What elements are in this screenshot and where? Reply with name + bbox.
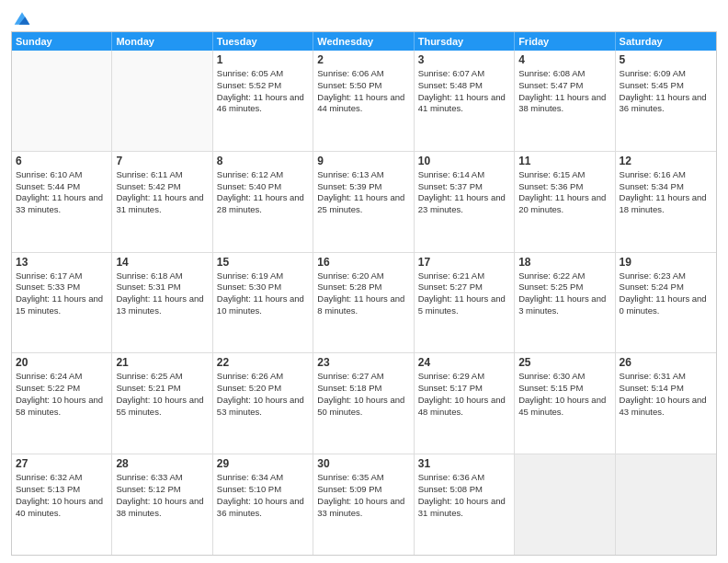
calendar-cell: 4Sunrise: 6:08 AM Sunset: 5:47 PM Daylig…: [515, 51, 615, 151]
calendar-cell: 31Sunrise: 6:36 AM Sunset: 5:08 PM Dayli…: [415, 454, 515, 555]
calendar-cell: 6Sunrise: 6:10 AM Sunset: 5:44 PM Daylig…: [12, 152, 112, 252]
day-number: 1: [217, 53, 309, 66]
calendar-cell: 29Sunrise: 6:34 AM Sunset: 5:10 PM Dayli…: [213, 454, 313, 555]
cell-info: Sunrise: 6:20 AM Sunset: 5:28 PM Dayligh…: [317, 270, 409, 317]
cell-info: Sunrise: 6:32 AM Sunset: 5:13 PM Dayligh…: [16, 472, 108, 519]
cell-info: Sunrise: 6:34 AM Sunset: 5:10 PM Dayligh…: [217, 472, 309, 519]
calendar-cell: 1Sunrise: 6:05 AM Sunset: 5:52 PM Daylig…: [213, 51, 313, 151]
cell-info: Sunrise: 6:33 AM Sunset: 5:12 PM Dayligh…: [116, 472, 208, 519]
calendar-cell: 9Sunrise: 6:13 AM Sunset: 5:39 PM Daylig…: [313, 152, 414, 252]
calendar-cell: 20Sunrise: 6:24 AM Sunset: 5:22 PM Dayli…: [12, 353, 112, 454]
day-number: 21: [116, 356, 208, 369]
cell-info: Sunrise: 6:16 AM Sunset: 5:34 PM Dayligh…: [620, 169, 712, 216]
calendar-cell: 21Sunrise: 6:25 AM Sunset: 5:21 PM Dayli…: [112, 353, 212, 454]
calendar-week: 13Sunrise: 6:17 AM Sunset: 5:33 PM Dayli…: [12, 253, 716, 354]
calendar-cell: 12Sunrise: 6:16 AM Sunset: 5:34 PM Dayli…: [616, 152, 716, 252]
day-number: 28: [116, 457, 208, 470]
calendar-body: 1Sunrise: 6:05 AM Sunset: 5:52 PM Daylig…: [12, 51, 716, 555]
calendar-cell: 5Sunrise: 6:09 AM Sunset: 5:45 PM Daylig…: [616, 51, 716, 151]
calendar-header-cell: Friday: [515, 32, 615, 51]
header: [11, 9, 717, 24]
calendar-cell: [616, 454, 716, 555]
day-number: 19: [620, 256, 712, 269]
calendar-cell: 14Sunrise: 6:18 AM Sunset: 5:31 PM Dayli…: [112, 253, 212, 353]
cell-info: Sunrise: 6:36 AM Sunset: 5:08 PM Dayligh…: [418, 472, 510, 519]
calendar-cell: 8Sunrise: 6:12 AM Sunset: 5:40 PM Daylig…: [213, 152, 313, 252]
calendar-week: 1Sunrise: 6:05 AM Sunset: 5:52 PM Daylig…: [12, 51, 716, 152]
day-number: 13: [16, 256, 108, 269]
calendar: SundayMondayTuesdayWednesdayThursdayFrid…: [11, 31, 717, 556]
cell-info: Sunrise: 6:19 AM Sunset: 5:30 PM Dayligh…: [217, 270, 309, 317]
cell-info: Sunrise: 6:25 AM Sunset: 5:21 PM Dayligh…: [116, 371, 208, 418]
cell-info: Sunrise: 6:24 AM Sunset: 5:22 PM Dayligh…: [16, 371, 108, 418]
calendar-header-cell: Saturday: [616, 32, 716, 51]
day-number: 8: [217, 155, 309, 167]
cell-info: Sunrise: 6:07 AM Sunset: 5:48 PM Dayligh…: [418, 68, 510, 115]
day-number: 29: [217, 457, 309, 470]
calendar-cell: 23Sunrise: 6:27 AM Sunset: 5:18 PM Dayli…: [313, 353, 414, 454]
day-number: 10: [418, 155, 510, 167]
day-number: 18: [518, 256, 610, 269]
cell-info: Sunrise: 6:09 AM Sunset: 5:45 PM Dayligh…: [620, 68, 712, 115]
calendar-cell: 18Sunrise: 6:22 AM Sunset: 5:25 PM Dayli…: [515, 253, 615, 353]
calendar-header-cell: Monday: [112, 32, 212, 51]
calendar-cell: 26Sunrise: 6:31 AM Sunset: 5:14 PM Dayli…: [616, 353, 716, 454]
day-number: 24: [418, 356, 510, 369]
day-number: 31: [418, 457, 510, 470]
day-number: 27: [16, 457, 108, 470]
calendar-cell: 7Sunrise: 6:11 AM Sunset: 5:42 PM Daylig…: [112, 152, 212, 252]
calendar-cell: 16Sunrise: 6:20 AM Sunset: 5:28 PM Dayli…: [313, 253, 414, 353]
day-number: 26: [620, 356, 712, 369]
day-number: 30: [317, 457, 409, 470]
day-number: 23: [317, 356, 409, 369]
cell-info: Sunrise: 6:26 AM Sunset: 5:20 PM Dayligh…: [217, 371, 309, 418]
day-number: 12: [620, 155, 712, 167]
cell-info: Sunrise: 6:21 AM Sunset: 5:27 PM Dayligh…: [418, 270, 510, 317]
calendar-cell: 2Sunrise: 6:06 AM Sunset: 5:50 PM Daylig…: [313, 51, 414, 151]
calendar-cell: 17Sunrise: 6:21 AM Sunset: 5:27 PM Dayli…: [415, 253, 515, 353]
day-number: 20: [16, 356, 108, 369]
calendar-cell: 24Sunrise: 6:29 AM Sunset: 5:17 PM Dayli…: [415, 353, 515, 454]
cell-info: Sunrise: 6:23 AM Sunset: 5:24 PM Dayligh…: [620, 270, 712, 317]
cell-info: Sunrise: 6:15 AM Sunset: 5:36 PM Dayligh…: [518, 169, 610, 216]
calendar-cell: 28Sunrise: 6:33 AM Sunset: 5:12 PM Dayli…: [112, 454, 212, 555]
cell-info: Sunrise: 6:10 AM Sunset: 5:44 PM Dayligh…: [16, 169, 108, 216]
cell-info: Sunrise: 6:35 AM Sunset: 5:09 PM Dayligh…: [317, 472, 409, 519]
day-number: 14: [116, 256, 208, 269]
calendar-week: 20Sunrise: 6:24 AM Sunset: 5:22 PM Dayli…: [12, 353, 716, 454]
calendar-header-cell: Tuesday: [213, 32, 313, 51]
cell-info: Sunrise: 6:08 AM Sunset: 5:47 PM Dayligh…: [518, 68, 610, 115]
cell-info: Sunrise: 6:18 AM Sunset: 5:31 PM Dayligh…: [116, 270, 208, 317]
cell-info: Sunrise: 6:22 AM Sunset: 5:25 PM Dayligh…: [518, 270, 610, 317]
calendar-cell: 22Sunrise: 6:26 AM Sunset: 5:20 PM Dayli…: [213, 353, 313, 454]
cell-info: Sunrise: 6:05 AM Sunset: 5:52 PM Dayligh…: [217, 68, 309, 115]
calendar-cell: [12, 51, 112, 151]
cell-info: Sunrise: 6:14 AM Sunset: 5:37 PM Dayligh…: [418, 169, 510, 216]
day-number: 15: [217, 256, 309, 269]
calendar-header-cell: Sunday: [12, 32, 112, 51]
calendar-cell: 30Sunrise: 6:35 AM Sunset: 5:09 PM Dayli…: [313, 454, 414, 555]
day-number: 2: [317, 53, 409, 66]
calendar-cell: 15Sunrise: 6:19 AM Sunset: 5:30 PM Dayli…: [213, 253, 313, 353]
day-number: 4: [518, 53, 610, 66]
calendar-header-cell: Thursday: [415, 32, 515, 51]
calendar-cell: [515, 454, 615, 555]
logo-icon: [13, 9, 31, 28]
day-number: 16: [317, 256, 409, 269]
day-number: 9: [317, 155, 409, 167]
cell-info: Sunrise: 6:31 AM Sunset: 5:14 PM Dayligh…: [620, 371, 712, 418]
day-number: 22: [217, 356, 309, 369]
cell-info: Sunrise: 6:06 AM Sunset: 5:50 PM Dayligh…: [317, 68, 409, 115]
calendar-cell: 13Sunrise: 6:17 AM Sunset: 5:33 PM Dayli…: [12, 253, 112, 353]
calendar-cell: 27Sunrise: 6:32 AM Sunset: 5:13 PM Dayli…: [12, 454, 112, 555]
calendar-cell: 11Sunrise: 6:15 AM Sunset: 5:36 PM Dayli…: [515, 152, 615, 252]
day-number: 5: [620, 53, 712, 66]
calendar-cell: 25Sunrise: 6:30 AM Sunset: 5:15 PM Dayli…: [515, 353, 615, 454]
calendar-header-row: SundayMondayTuesdayWednesdayThursdayFrid…: [12, 32, 716, 51]
day-number: 25: [518, 356, 610, 369]
calendar-cell: 3Sunrise: 6:07 AM Sunset: 5:48 PM Daylig…: [415, 51, 515, 151]
day-number: 17: [418, 256, 510, 269]
cell-info: Sunrise: 6:30 AM Sunset: 5:15 PM Dayligh…: [518, 371, 610, 418]
calendar-cell: 10Sunrise: 6:14 AM Sunset: 5:37 PM Dayli…: [415, 152, 515, 252]
calendar-week: 27Sunrise: 6:32 AM Sunset: 5:13 PM Dayli…: [12, 454, 716, 555]
